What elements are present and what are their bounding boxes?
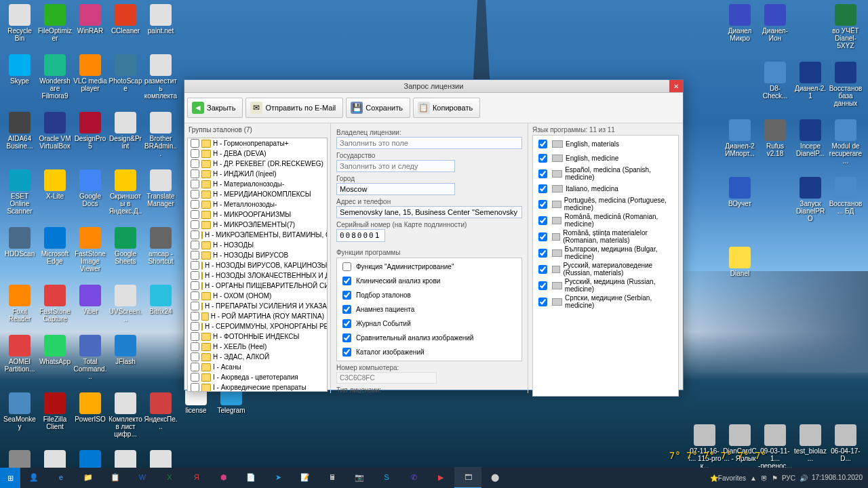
function-item[interactable]: Подбор эталонов — [340, 288, 519, 302]
desktop-icon[interactable]: D8-Check... — [758, 62, 792, 107]
tree-checkbox[interactable] — [191, 383, 199, 392]
tree-item[interactable]: Н - ЭДАС, АЛКОЙ — [188, 352, 327, 362]
function-item[interactable]: Клинический анализ крови — [340, 274, 519, 288]
save-button[interactable]: 💾Сохранить — [346, 98, 410, 118]
desktop-icon[interactable]: WinRAR — [73, 4, 107, 42]
desktop-icon[interactable]: PhotoScape — [108, 54, 142, 100]
tree-checkbox[interactable] — [191, 281, 199, 290]
taskbar-item[interactable]: 📝 — [292, 467, 319, 488]
desktop-icon[interactable]: Wondershare Filmora9 — [38, 54, 72, 100]
taskbar-item[interactable]: ▶ — [427, 467, 454, 488]
lang-checkbox[interactable] — [538, 140, 547, 148]
tree-checkbox[interactable] — [191, 363, 199, 371]
desktop-icon[interactable]: Modul de recuperare... — [829, 119, 863, 165]
tree-item[interactable]: Н - Металлонозоды- — [188, 199, 327, 209]
copy-button[interactable]: 📋Копировать — [413, 98, 480, 118]
desktop-icon[interactable]: FileOptimizer — [38, 4, 72, 42]
close-button[interactable]: ◄Закрыть — [187, 98, 243, 118]
tree-checkbox[interactable] — [191, 200, 199, 209]
lang-checkbox[interactable] — [538, 281, 547, 290]
tree-checkbox[interactable] — [191, 373, 199, 382]
tree-item[interactable]: Н - СЕРОИММУНЫ, ХРОНОРГАНЫ РЕЗОНАНСНО... — [188, 321, 327, 331]
send-email-button[interactable]: ✉Отправить по E-Mail — [245, 98, 343, 118]
desktop-icon[interactable]: во УЧЁТ Dianel-5XYZ — [829, 4, 863, 49]
titlebar[interactable]: Запрос лицензии ✕ — [184, 80, 683, 93]
function-checkbox[interactable] — [342, 333, 351, 342]
function-checkbox[interactable] — [342, 291, 351, 300]
tree-item[interactable]: Н - ХЕЕЛЬ (Heel) — [188, 342, 327, 352]
function-item[interactable]: Сравнительный анализ изображений — [340, 331, 519, 345]
taskbar-explorer[interactable]: 📁 — [75, 467, 102, 488]
desktop-icon[interactable]: 07-11-16-т... 115-pro к... — [688, 424, 722, 470]
serial-input[interactable] — [336, 229, 385, 242]
tray-volume-icon[interactable]: 🔊 — [800, 474, 808, 482]
desktop-icon[interactable]: DianCardC... - Ярлык — [723, 424, 757, 470]
desktop-icon[interactable]: VLC media player — [73, 54, 107, 100]
desktop-icon[interactable]: Viber — [73, 285, 107, 323]
tree-checkbox[interactable] — [191, 230, 199, 239]
tree-item[interactable]: Н - Материалонозоды- — [188, 179, 327, 189]
tray-icon[interactable]: ⚑ — [772, 474, 778, 482]
desktop-icon[interactable]: Запуск DianelPRO — [793, 177, 827, 222]
function-checkbox[interactable] — [342, 348, 351, 357]
lang-item[interactable]: Română, medicină (Romanian, medicine) — [536, 212, 675, 228]
lang-item[interactable]: Српски, медицине (Serbian, medicine) — [536, 293, 675, 310]
lang-checkbox[interactable] — [538, 249, 547, 258]
desktop-icon[interactable]: Комплектов лист цифр... — [108, 392, 142, 438]
etalon-tree[interactable]: Н - Гормонопрепараты+Н - ДЕВА (DEVA)Н - … — [187, 138, 328, 392]
start-button[interactable]: ⊞ — [0, 468, 20, 488]
taskbar-item[interactable]: 👤 — [20, 467, 47, 488]
desktop-icon[interactable]: AIDA64 Busine... — [3, 112, 37, 157]
desktop-icon[interactable]: Дианел-2.1 — [793, 62, 827, 107]
desktop-icon[interactable]: разместить комплекта... — [144, 54, 178, 100]
tree-item[interactable]: Н - ОХОМ (OHOM) — [188, 291, 327, 301]
lang-item[interactable]: Български, медицина (Bulgar, medicine) — [536, 245, 675, 261]
desktop-icon[interactable]: ВОучет — [723, 177, 757, 222]
taskbar-item[interactable]: ⬢ — [210, 467, 237, 488]
desktop-icon[interactable]: Google Sheets — [108, 227, 142, 272]
tree-checkbox[interactable] — [191, 332, 199, 341]
taskbar-item[interactable]: 📋 — [102, 467, 129, 488]
tree-checkbox[interactable] — [191, 312, 199, 321]
tray-up-icon[interactable]: ▲ — [750, 474, 757, 482]
desktop-icon[interactable]: Design&Print — [108, 112, 142, 157]
desktop-icon[interactable]: AOMEI Partition... — [3, 335, 37, 380]
tree-item[interactable]: Н - Гормонопрепараты+ — [188, 138, 327, 148]
tree-checkbox[interactable] — [191, 302, 199, 310]
tree-item[interactable]: Н - НОЗОДЫ ВИРУСОВ — [188, 250, 327, 260]
function-checkbox[interactable] — [342, 319, 351, 328]
tree-checkbox[interactable] — [191, 261, 199, 270]
desktop-icon[interactable]: 06-04-17-D... — [829, 424, 863, 470]
desktop-icon[interactable]: Дианел-Ион — [758, 4, 792, 49]
desktop-icon[interactable]: Восстанов база данных — [829, 62, 863, 107]
taskbar-ie[interactable]: e — [47, 467, 75, 488]
desktop-icon[interactable]: CCleaner — [108, 4, 142, 42]
taskbar-item[interactable]: ⬤ — [481, 467, 509, 488]
desktop-icon[interactable]: Дианел Микро — [723, 4, 757, 49]
desktop-icon[interactable]: DesignPro 5 — [73, 112, 107, 157]
function-checkbox[interactable] — [342, 262, 351, 271]
desktop-icon[interactable]: Brother BRAdmin... — [144, 112, 178, 157]
tree-checkbox[interactable] — [191, 251, 199, 260]
city-input[interactable] — [336, 183, 455, 195]
desktop-icon[interactable]: FastStone Image Viewer — [73, 227, 107, 272]
tree-item[interactable]: Н - МИКРОЭЛЕМЕНТЫ, ВИТАМИНЫ, СТОМАТОЛ... — [188, 230, 327, 240]
desktop-icon[interactable]: ESET Online Scanner — [3, 169, 37, 215]
desktop-icon[interactable]: Incepe DianelP... — [793, 119, 827, 165]
close-icon[interactable]: ✕ — [669, 80, 683, 92]
taskbar-telegram[interactable]: ➤ — [264, 467, 292, 488]
lang-checkbox[interactable] — [538, 298, 547, 306]
desktop-icon[interactable]: SeaMonkey — [3, 392, 37, 438]
desktop-icon[interactable]: Microsoft Edge — [38, 227, 72, 272]
favorites-label[interactable]: ⭐ Favorites — [710, 474, 746, 482]
function-checkbox[interactable] — [342, 277, 351, 285]
desktop-icon[interactable]: WhatsApp — [38, 335, 72, 380]
tree-checkbox[interactable] — [191, 322, 199, 331]
desktop-icon[interactable]: Total Command... — [73, 335, 107, 380]
function-item[interactable]: Журнал Событий — [340, 317, 519, 331]
function-item[interactable]: Функция "Администрирование" — [340, 260, 519, 274]
tree-checkbox[interactable] — [191, 180, 199, 188]
desktop-icon[interactable]: HDDScan — [3, 227, 37, 272]
desktop-icon[interactable]: Dianel — [723, 247, 757, 277]
taskbar-excel[interactable]: X — [156, 467, 183, 488]
